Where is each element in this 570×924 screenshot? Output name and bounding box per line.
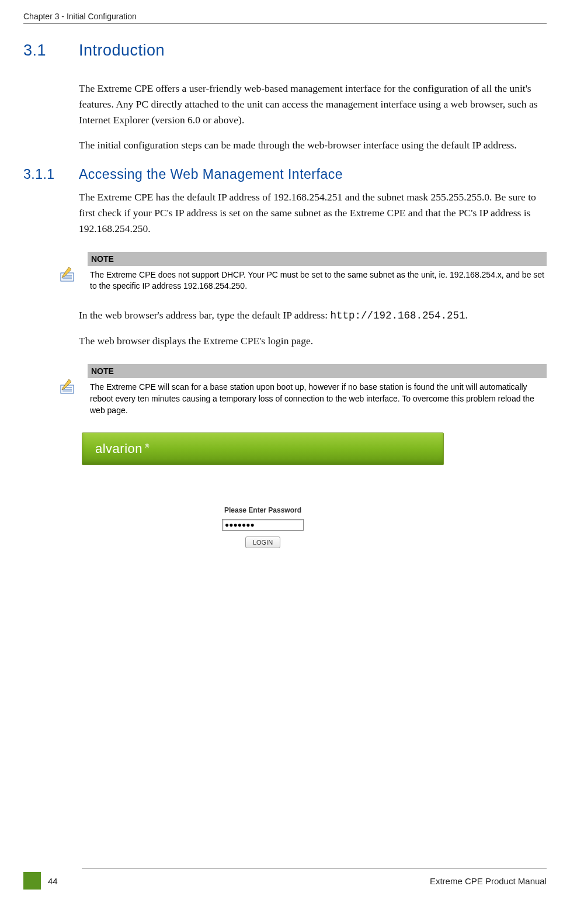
password-input[interactable]	[222, 519, 304, 531]
footer-rule	[82, 868, 547, 868]
note-2-text: The Extreme CPE will scan for a base sta…	[88, 378, 547, 416]
access-paragraph-2: In the web browser's address bar, type t…	[79, 307, 547, 324]
access-paragraph-2-pre: In the web browser's address bar, type t…	[79, 309, 330, 321]
registered-mark-icon: ®	[145, 443, 150, 449]
default-ip-url: http://192.168.254.251	[330, 310, 465, 321]
access-paragraph-2-post: .	[465, 309, 467, 321]
note-1-text: The Extreme CPE does not support DHCP. Y…	[88, 266, 547, 292]
page-number: 44	[48, 876, 58, 886]
note-pencil-icon	[58, 377, 77, 398]
login-banner: alvarion®	[82, 432, 444, 465]
heading-3-1-1: 3.1.1Accessing the Web Management Interf…	[23, 167, 547, 182]
heading-3-1-1-title: Accessing the Web Management Interface	[79, 167, 343, 182]
footer-green-box-icon	[23, 872, 41, 890]
note-1-label: NOTE	[88, 252, 547, 266]
intro-paragraph-2: The initial configuration steps can be m…	[79, 137, 547, 153]
note-pencil-icon	[58, 265, 77, 286]
header-rule	[23, 23, 547, 24]
access-paragraph-3: The web browser displays the Extreme CPE…	[79, 333, 547, 349]
page-footer: 44 Extreme CPE Product Manual	[23, 868, 547, 890]
footer-doc-title: Extreme CPE Product Manual	[430, 876, 547, 886]
intro-paragraph-1: The Extreme CPE offers a user-friendly w…	[79, 81, 547, 128]
brand-logo-text: alvarion	[95, 441, 142, 456]
note-block-2: NOTE The Extreme CPE will scan for a bas…	[58, 364, 547, 416]
heading-3-1-1-number: 3.1.1	[23, 167, 79, 182]
heading-3-1-title: Introduction	[79, 41, 165, 59]
running-header: Chapter 3 - Initial Configuration	[23, 12, 547, 21]
heading-3-1-number: 3.1	[23, 41, 79, 60]
login-button[interactable]: LOGIN	[245, 537, 280, 548]
heading-3-1: 3.1Introduction	[23, 41, 547, 60]
access-paragraph-1: The Extreme CPE has the default IP addre…	[79, 189, 547, 237]
brand-logo: alvarion®	[95, 441, 150, 456]
note-2-label: NOTE	[88, 364, 547, 378]
login-page-figure: alvarion® Please Enter Password LOGIN	[82, 432, 444, 548]
password-prompt-label: Please Enter Password	[82, 506, 444, 514]
note-block-1: NOTE The Extreme CPE does not support DH…	[58, 252, 547, 292]
